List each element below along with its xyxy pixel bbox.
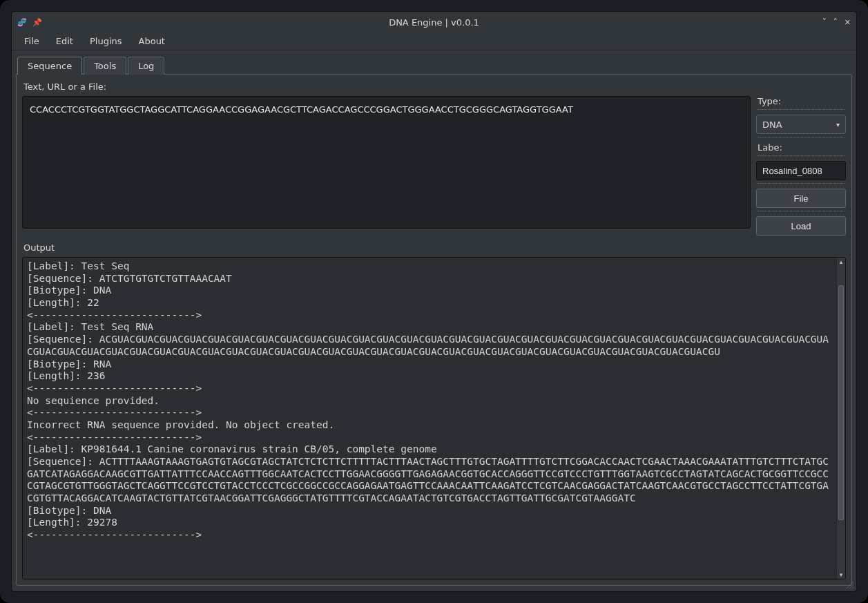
scroll-down-icon[interactable]: ▾ <box>837 571 845 579</box>
tab-sequence[interactable]: Sequence <box>17 57 82 75</box>
divider <box>758 211 845 212</box>
menu-edit[interactable]: Edit <box>49 34 80 48</box>
type-select[interactable]: DNA ▾ <box>756 115 846 134</box>
close-icon[interactable] <box>845 17 851 27</box>
divider <box>758 183 845 184</box>
menubar: File Edit Plugins About <box>12 32 856 50</box>
window-title: DNA Engine | v0.0.1 <box>12 17 856 28</box>
maximize-icon[interactable] <box>833 17 838 27</box>
menu-file[interactable]: File <box>17 34 46 48</box>
app-icon <box>17 17 27 27</box>
minimize-icon[interactable] <box>822 17 827 27</box>
label-input[interactable] <box>756 161 846 180</box>
load-button[interactable]: Load <box>756 216 846 236</box>
file-button[interactable]: File <box>756 189 846 208</box>
titlebar: DNA Engine | v0.0.1 <box>12 12 856 32</box>
tab-log[interactable]: Log <box>128 57 164 75</box>
label-label: Labe: <box>758 142 846 153</box>
sequence-input[interactable] <box>22 96 751 229</box>
app-window: DNA Engine | v0.0.1 File Edit Plugins Ab… <box>11 11 857 592</box>
scroll-thumb[interactable] <box>838 285 844 520</box>
side-panel: Type: DNA ▾ Labe: File Load <box>756 96 846 236</box>
output-area: [Label]: Test Seq [Sequence]: ATCTGTGTGT… <box>22 257 846 580</box>
type-select-value: DNA <box>762 119 782 130</box>
resize-grip-icon[interactable] <box>845 580 854 589</box>
content-area: Sequence Tools Log Text, URL or a File: … <box>12 50 856 591</box>
tab-panel-sequence: Text, URL or a File: Type: DNA ▾ Labe: <box>16 74 852 586</box>
divider <box>758 155 845 157</box>
scroll-up-icon[interactable]: ▴ <box>837 258 845 266</box>
output-text[interactable]: [Label]: Test Seq [Sequence]: ATCTGTGTGT… <box>23 258 836 579</box>
pin-icon[interactable] <box>32 17 42 27</box>
tabstrip: Sequence Tools Log <box>16 55 852 74</box>
input-label: Text, URL or a File: <box>23 82 846 92</box>
svg-line-2 <box>852 587 853 588</box>
divider <box>758 109 845 111</box>
type-label: Type: <box>758 96 846 106</box>
divider <box>758 137 845 138</box>
menu-about[interactable]: About <box>132 34 172 48</box>
menu-plugins[interactable]: Plugins <box>83 34 129 48</box>
chevron-down-icon: ▾ <box>836 121 840 128</box>
output-label: Output <box>23 242 846 253</box>
output-scrollbar[interactable]: ▴ ▾ <box>836 258 845 579</box>
tab-tools[interactable]: Tools <box>84 57 126 75</box>
